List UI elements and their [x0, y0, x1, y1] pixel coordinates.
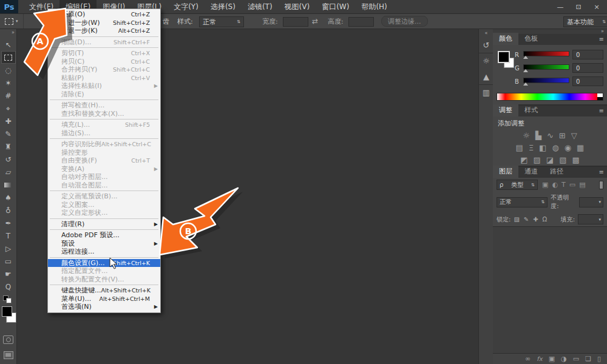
slider-thumb-icon[interactable]: [523, 69, 528, 72]
adjustment-icon[interactable]: ◍: [552, 143, 558, 152]
tool-button[interactable]: ▱: [1, 166, 16, 178]
height-input[interactable]: [348, 17, 374, 27]
tool-button[interactable]: ✚: [1, 115, 16, 127]
foreground-color-swatch[interactable]: [498, 51, 510, 63]
lock-icon[interactable]: ✎: [524, 216, 529, 223]
layers-footer-icon[interactable]: ▣: [549, 355, 555, 363]
layers-footer-icon[interactable]: ∞: [525, 355, 531, 363]
tool-button[interactable]: ☛: [1, 268, 16, 280]
screen-mode-button[interactable]: [4, 351, 13, 359]
adjustment-icon[interactable]: ∿: [547, 131, 554, 140]
filter-toggle[interactable]: [599, 181, 603, 189]
black-swatch[interactable]: [597, 97, 603, 101]
tool-button[interactable]: ⌖: [1, 102, 16, 115]
fill-field[interactable]: ▾: [578, 214, 603, 224]
tab-layers[interactable]: 图层: [493, 166, 518, 178]
tool-button[interactable]: ✎: [1, 127, 16, 140]
menu-item[interactable]: 定义画笔预设(B)...: [48, 192, 160, 201]
collapse-to-icons-icon[interactable]: »: [601, 29, 604, 34]
layers-footer-icon[interactable]: ▭: [573, 355, 579, 363]
tool-button[interactable]: Q: [1, 280, 16, 293]
layer-list[interactable]: [493, 226, 607, 353]
slider-thumb-icon[interactable]: [523, 83, 528, 86]
channel-value-field[interactable]: 0: [572, 76, 603, 86]
layer-filter-icon[interactable]: ◐: [552, 181, 558, 189]
width-input[interactable]: [283, 17, 308, 27]
panel-menu-icon[interactable]: ≡: [599, 107, 604, 114]
channel-slider[interactable]: [523, 78, 569, 85]
adjustment-icon[interactable]: ▤: [516, 143, 523, 152]
layers-footer-icon[interactable]: ❏: [585, 355, 591, 363]
dock-panel-icon[interactable]: ↺: [479, 37, 493, 53]
channel-slider[interactable]: [523, 51, 569, 58]
menu-item[interactable]: 转换为配置文件(V)...: [48, 275, 160, 284]
tab-swatches[interactable]: 色板: [518, 33, 544, 45]
tool-button[interactable]: #: [1, 89, 16, 102]
tool-button[interactable]: [1, 178, 16, 191]
layer-filter-select[interactable]: ρ 类型 ⇅: [497, 180, 538, 190]
menu-item[interactable]: 描边(S)...: [48, 129, 160, 138]
color-spectrum[interactable]: [497, 93, 603, 101]
opacity-field[interactable]: ▾: [579, 197, 603, 207]
menu-item[interactable]: 定义图案...: [48, 201, 160, 209]
menu-item[interactable]: 操控变形: [48, 149, 160, 157]
minimize-button[interactable]: —: [556, 3, 565, 11]
style-select[interactable]: 正常 ⇅: [199, 16, 244, 27]
menubar-item[interactable]: 视图(V): [279, 0, 316, 14]
layer-filter-icon[interactable]: T: [561, 181, 566, 189]
tab-paths[interactable]: 路径: [544, 166, 569, 178]
adjustment-icon[interactable]: ⊞: [559, 131, 566, 140]
menu-item[interactable]: 拼写检查(H)...: [48, 101, 160, 110]
layers-footer-icon[interactable]: ◑: [561, 355, 567, 363]
adjustment-icon[interactable]: ☼: [523, 131, 530, 140]
menu-item[interactable]: 填充(L)... Shift+F5: [48, 121, 160, 129]
tab-channels[interactable]: 通道: [518, 166, 544, 178]
layer-filter-icon[interactable]: ▭: [569, 181, 575, 189]
adjustment-icon[interactable]: ▧: [559, 155, 566, 164]
menu-item[interactable]: 首选项(N) ▶: [48, 303, 160, 311]
menu-item[interactable]: 自动对齐图层...: [48, 173, 160, 181]
tab-adjustments[interactable]: 调整: [493, 104, 518, 116]
menu-item[interactable]: 自由变换(F) Ctrl+T: [48, 157, 160, 165]
close-button[interactable]: ×: [592, 3, 601, 11]
menu-item[interactable]: 定义自定形状...: [48, 209, 160, 217]
layer-filter-icon[interactable]: ▤: [579, 181, 585, 189]
tool-button[interactable]: ↺: [1, 153, 16, 166]
adjustment-icon[interactable]: ◉: [565, 143, 571, 152]
layers-footer-icon[interactable]: fx: [537, 356, 542, 362]
lock-icon[interactable]: Ω: [543, 216, 548, 223]
tool-button[interactable]: T: [1, 229, 16, 242]
adjustment-icon[interactable]: Ξ: [529, 143, 534, 152]
tool-button[interactable]: ▷: [1, 242, 16, 255]
tool-button[interactable]: ♁: [1, 204, 16, 217]
quick-mask-button[interactable]: [3, 335, 13, 344]
layers-footer-icon[interactable]: ▯: [597, 355, 601, 363]
channel-slider[interactable]: [523, 64, 569, 72]
menu-item[interactable]: 清除(E): [48, 90, 160, 99]
menubar-item[interactable]: 选择(S): [205, 0, 242, 14]
tool-button[interactable]: ♠: [1, 191, 16, 204]
menu-item[interactable]: 自动混合图层...: [48, 181, 160, 190]
menu-item[interactable]: 预设 ▶: [48, 240, 160, 248]
adjustment-icon[interactable]: ▙: [535, 131, 541, 140]
dock-expand-icon[interactable]: «: [479, 29, 493, 37]
foreground-color-swatch[interactable]: [2, 306, 12, 317]
menu-item[interactable]: 变换(A) ▶: [48, 165, 160, 174]
adjustment-icon[interactable]: ▨: [534, 155, 541, 164]
menu-item[interactable]: 远程连接...: [48, 248, 160, 256]
panel-menu-icon[interactable]: ≡: [599, 36, 604, 42]
dock-panel-icon[interactable]: ▥: [479, 84, 493, 100]
adjustment-icon[interactable]: ▽: [571, 131, 577, 140]
blend-mode-select[interactable]: 正常 ⇅: [497, 197, 548, 207]
lock-icon[interactable]: ✚: [533, 216, 538, 223]
menubar-item[interactable]: 滤镜(T): [242, 0, 279, 14]
menu-item[interactable]: 清理(R) ▶: [48, 220, 160, 229]
adjustment-icon[interactable]: ◧: [539, 143, 546, 152]
panel-menu-icon[interactable]: ≡: [599, 169, 604, 175]
workspace-select[interactable]: 基本功能 ⇅: [563, 16, 607, 27]
refine-edge-button[interactable]: 调整边缘...: [381, 16, 428, 27]
adjustment-icon[interactable]: ▦: [577, 143, 584, 152]
adjustment-icon[interactable]: ▩: [572, 155, 579, 164]
tab-styles[interactable]: 样式: [518, 104, 544, 116]
slider-thumb-icon[interactable]: [523, 56, 528, 59]
